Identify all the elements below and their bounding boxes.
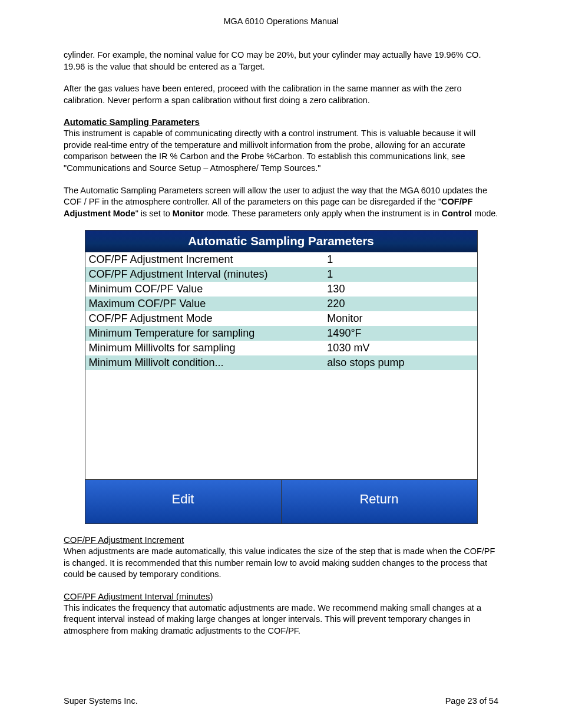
parameter-list: COF/PF Adjustment Increment 1 COF/PF Adj… — [85, 252, 477, 370]
parameter-row[interactable]: Minimum Millivolt condition... also stop… — [85, 355, 477, 370]
parameter-row[interactable]: Minimum Millivolts for sampling 1030 mV — [85, 341, 477, 355]
paragraph: This indicates the frequency that automa… — [64, 602, 498, 637]
parameter-label: Maximum COF/PF Value — [89, 298, 328, 309]
parameter-value: 1490°F — [327, 328, 473, 338]
parameter-value: also stops pump — [327, 357, 473, 368]
parameter-row[interactable]: COF/PF Adjustment Increment 1 — [85, 252, 477, 267]
subsection-title: COF/PF Adjustment Increment — [64, 535, 498, 545]
parameter-label: Minimum Millivolt condition... — [89, 357, 328, 368]
text-run: " is set to — [135, 209, 173, 218]
footer-company: Super Systems Inc. — [64, 696, 138, 706]
parameter-value: 220 — [327, 298, 473, 309]
document-page: MGA 6010 Operations Manual cylinder. For… — [0, 0, 562, 728]
paragraph: The Automatic Sampling Parameters screen… — [64, 185, 498, 220]
paragraph: After the gas values have been entered, … — [64, 83, 498, 106]
parameter-value: 1 — [327, 254, 473, 265]
parameter-label: Minimum Temperature for sampling — [89, 328, 328, 338]
return-button[interactable]: Return — [281, 479, 477, 523]
screen-title: Automatic Sampling Parameters — [85, 230, 477, 252]
page-header: MGA 6010 Operations Manual — [64, 17, 498, 26]
edit-button[interactable]: Edit — [85, 479, 281, 523]
section-title: Automatic Sampling Parameters — [64, 117, 498, 127]
paragraph: cylinder. For example, the nominal value… — [64, 50, 498, 73]
parameter-row[interactable]: COF/PF Adjustment Mode Monitor — [85, 311, 477, 326]
text-bold: Control — [442, 209, 472, 218]
parameter-value: 1 — [327, 269, 473, 279]
parameter-label: COF/PF Adjustment Increment — [89, 254, 328, 265]
parameter-label: COF/PF Adjustment Interval (minutes) — [89, 269, 328, 279]
text-run: The Automatic Sampling Parameters screen… — [64, 186, 487, 207]
footer-page-number: Page 23 of 54 — [445, 696, 498, 706]
device-screenshot: Automatic Sampling Parameters COF/PF Adj… — [85, 230, 478, 524]
parameter-value: 130 — [327, 284, 473, 294]
subsection-title: COF/PF Adjustment Interval (minutes) — [64, 591, 498, 601]
text-run: mode. — [472, 209, 498, 218]
text-bold: Monitor — [173, 209, 204, 218]
parameter-value: 1030 mV — [327, 342, 473, 353]
parameter-label: COF/PF Adjustment Mode — [89, 313, 328, 324]
parameter-row[interactable]: Minimum COF/PF Value 130 — [85, 282, 477, 297]
button-bar: Edit Return — [85, 479, 477, 523]
parameter-row[interactable]: COF/PF Adjustment Interval (minutes) 1 — [85, 267, 477, 282]
paragraph: When adjustments are made automatically,… — [64, 546, 498, 581]
parameter-row[interactable]: Minimum Temperature for sampling 1490°F — [85, 326, 477, 341]
parameter-label: Minimum COF/PF Value — [89, 284, 328, 294]
parameter-row[interactable]: Maximum COF/PF Value 220 — [85, 297, 477, 311]
parameter-label: Minimum Millivolts for sampling — [89, 342, 328, 353]
paragraph: This instrument is capable of communicat… — [64, 128, 498, 174]
text-run: mode. These parameters only apply when t… — [204, 209, 442, 218]
page-footer: Super Systems Inc. Page 23 of 54 — [64, 696, 498, 706]
blank-area — [85, 370, 477, 479]
parameter-value: Monitor — [327, 313, 473, 324]
